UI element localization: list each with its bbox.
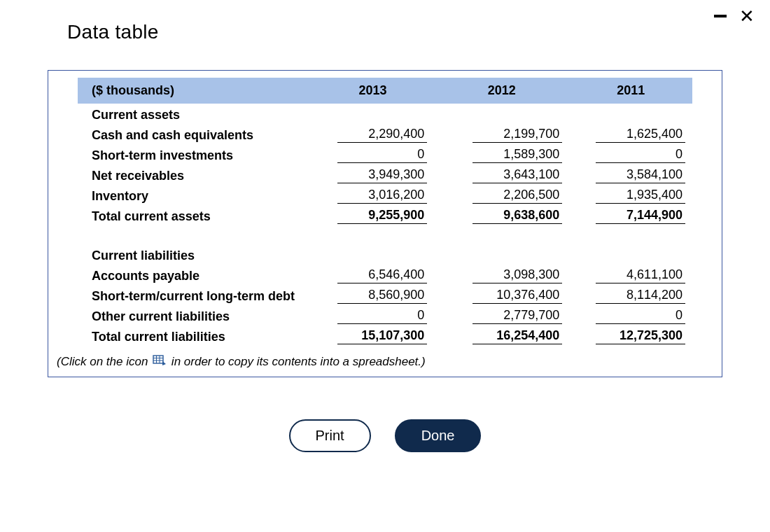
cell-value: 0	[337, 308, 427, 324]
cell-value: 4,611,100	[596, 267, 685, 284]
cell-total: 16,254,400	[472, 328, 562, 344]
cell-value: 3,584,100	[596, 167, 685, 183]
col-2013: 2013	[312, 78, 435, 104]
table-row: Accounts payable 6,546,400 3,098,300 4,6…	[78, 265, 692, 286]
done-button[interactable]: Done	[395, 419, 482, 452]
table-row: Cash and cash equivalents 2,290,400 2,19…	[78, 125, 692, 145]
table-row: Short-term investments 0 1,589,300 0	[78, 145, 692, 165]
cell-total: 7,144,900	[596, 208, 685, 224]
col-2012: 2012	[434, 78, 569, 104]
cell-total: 9,638,600	[472, 208, 562, 224]
table-total-row: Total current assets 9,255,900 9,638,600…	[78, 206, 692, 226]
cell-value: 8,560,900	[337, 288, 427, 304]
copy-hint: (Click on the icon in order to copy its …	[48, 349, 722, 377]
cell-value: 10,376,400	[472, 288, 562, 304]
page-title: Data table	[0, 0, 770, 43]
cell-value: 0	[596, 308, 685, 324]
cell-value: 1,589,300	[472, 147, 562, 163]
cell-value: 2,206,500	[472, 188, 562, 204]
financial-table: ($ thousands) 2013 2012 2011 Current ass…	[78, 78, 692, 346]
table-header-row: ($ thousands) 2013 2012 2011	[78, 78, 692, 104]
col-label: ($ thousands)	[78, 78, 312, 104]
cell-value: 2,199,700	[472, 127, 562, 143]
cell-value: 0	[337, 147, 427, 163]
table-row: Net receivables 3,949,300 3,643,100 3,58…	[78, 165, 692, 186]
close-button[interactable]: ✕	[739, 10, 755, 22]
cell-value: 3,949,300	[337, 167, 427, 183]
table-total-row: Total current liabilities 15,107,300 16,…	[78, 326, 692, 346]
table-row: Inventory 3,016,200 2,206,500 1,935,400	[78, 186, 692, 206]
cell-total: 9,255,900	[337, 208, 427, 224]
section-current-liabilities: Current liabilities	[78, 244, 692, 265]
cell-value: 3,098,300	[472, 267, 562, 284]
cell-value: 0	[596, 147, 685, 163]
cell-value: 2,779,700	[472, 308, 562, 324]
cell-value: 3,643,100	[472, 167, 562, 183]
table-row: Other current liabilities 0 2,779,700 0	[78, 306, 692, 326]
col-2011: 2011	[569, 78, 692, 104]
cell-total: 12,725,300	[596, 328, 685, 344]
cell-value: 3,016,200	[337, 188, 427, 204]
svg-rect-0	[153, 356, 163, 363]
section-current-assets: Current assets	[78, 104, 692, 125]
table-row: Short-term/current long-term debt 8,560,…	[78, 286, 692, 306]
cell-value: 1,625,400	[596, 127, 685, 143]
cell-value: 6,546,400	[337, 267, 427, 284]
copy-table-icon[interactable]	[153, 355, 167, 370]
cell-total: 15,107,300	[337, 328, 427, 344]
button-row: Print Done	[0, 419, 770, 452]
data-table-panel: ($ thousands) 2013 2012 2011 Current ass…	[48, 70, 722, 377]
cell-value: 8,114,200	[596, 288, 685, 304]
cell-value: 1,935,400	[596, 188, 685, 204]
print-button[interactable]: Print	[289, 419, 371, 452]
minimize-button[interactable]	[714, 15, 727, 18]
cell-value: 2,290,400	[337, 127, 427, 143]
